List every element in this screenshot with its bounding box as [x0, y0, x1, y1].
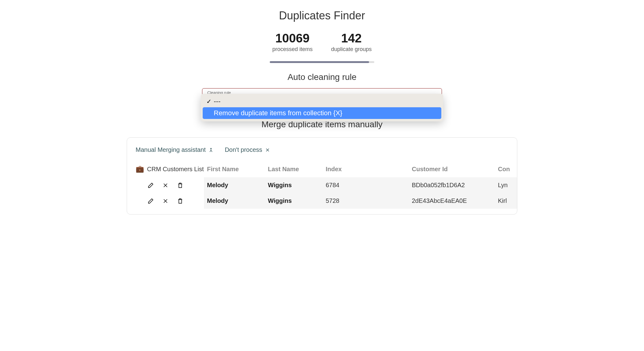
stat-processed-value: 10069 — [272, 31, 312, 45]
cell-index: 6784 — [323, 177, 409, 193]
cleaning-rule-option-remove-label: Remove duplicate items from collection {… — [214, 109, 342, 117]
check-icon: ✓ — [206, 98, 214, 105]
table-header-index: Index — [323, 161, 409, 177]
cell-index: 5728 — [323, 193, 409, 209]
duplicate-group-card: Manual Merging assistant Don't process — [127, 137, 517, 215]
close-icon — [162, 198, 169, 204]
table-header-company: Con — [495, 161, 517, 177]
page-title: Duplicates Finder — [101, 9, 543, 22]
delete-row-button[interactable] — [177, 198, 184, 204]
table-header-last-name: Last Name — [265, 161, 323, 177]
row-actions-cell — [127, 193, 204, 209]
dont-process-button[interactable]: Don't process — [225, 146, 270, 153]
cell-company: Lyn — [495, 177, 517, 193]
pencil-icon — [147, 182, 154, 189]
manual-merging-assistant-button[interactable]: Manual Merging assistant — [136, 146, 214, 153]
cleaning-rule-option-none-label: --- — [214, 97, 221, 105]
delete-row-button[interactable] — [177, 182, 184, 189]
source-name: CRM Customers List — [147, 166, 204, 173]
cleaning-rule-option-remove[interactable]: Remove duplicate items from collection {… — [203, 107, 441, 119]
stat-groups-label: duplicate groups — [331, 46, 372, 53]
stat-groups: 142 duplicate groups — [331, 31, 372, 53]
progress-fill — [270, 61, 369, 63]
dont-process-label: Don't process — [225, 146, 262, 153]
merge-icon — [208, 147, 214, 153]
card-actions: Manual Merging assistant Don't process — [127, 146, 517, 161]
edit-row-button[interactable] — [147, 198, 154, 204]
cleaning-rule-select[interactable]: Cleaning rule ✓ --- Remove duplicate ite… — [202, 88, 442, 107]
cell-last-name: Wiggins — [265, 193, 323, 209]
stat-processed: 10069 processed items — [272, 31, 312, 53]
cell-customer-id: 2dE43AbcE4aEA0E — [409, 193, 495, 209]
table-row: Melody Wiggins 6784 BDb0a052fb1D6A2 Lyn — [127, 177, 517, 193]
cell-first-name: Melody — [204, 177, 265, 193]
cleaning-rule-option-none[interactable]: ✓ --- — [203, 96, 441, 107]
table-header-customer-id: Customer Id — [409, 161, 495, 177]
progress-bar — [270, 61, 374, 63]
cleaning-rule-dropdown-menu: ✓ --- Remove duplicate items from collec… — [201, 94, 443, 121]
stat-groups-value: 142 — [331, 31, 372, 45]
briefcase-icon: 💼 — [136, 165, 144, 173]
trash-icon — [177, 198, 184, 204]
remove-row-button[interactable] — [162, 198, 169, 204]
trash-icon — [177, 182, 184, 189]
close-icon — [265, 147, 270, 153]
cell-company: Kirl — [495, 193, 517, 209]
stats-row: 10069 processed items 142 duplicate grou… — [101, 31, 543, 53]
manual-merging-assistant-label: Manual Merging assistant — [136, 146, 206, 153]
table-header-first-name: First Name — [204, 161, 265, 177]
stat-processed-label: processed items — [272, 46, 312, 53]
cell-first-name: Melody — [204, 193, 265, 209]
table-header-source: 💼 CRM Customers List — [127, 161, 204, 177]
row-actions-cell — [127, 177, 204, 193]
edit-row-button[interactable] — [147, 182, 154, 189]
table-row: Melody Wiggins 5728 2dE43AbcE4aEA0E Kirl — [127, 193, 517, 209]
duplicate-table-wrapper: 💼 CRM Customers List First Name Last Nam… — [127, 161, 517, 209]
duplicate-table: 💼 CRM Customers List First Name Last Nam… — [127, 161, 517, 209]
pencil-icon — [147, 198, 154, 204]
remove-row-button[interactable] — [162, 182, 169, 189]
cell-customer-id: BDb0a052fb1D6A2 — [409, 177, 495, 193]
auto-cleaning-heading: Auto cleaning rule — [101, 72, 543, 82]
close-icon — [162, 182, 169, 189]
cell-last-name: Wiggins — [265, 177, 323, 193]
